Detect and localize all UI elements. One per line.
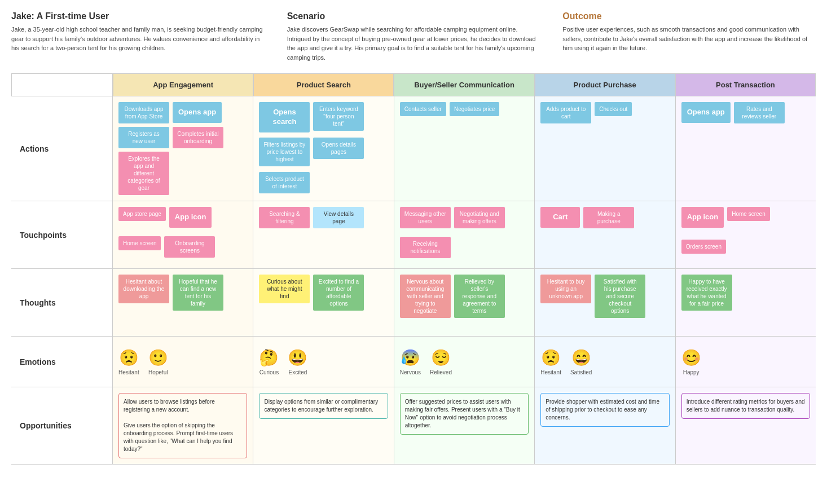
touchpoint-note: Negotiating and making offers [454, 207, 505, 228]
header: Jake: A First-time User Jake, a 35-year-… [11, 11, 816, 62]
col-header-product-search: Product Search [253, 73, 394, 96]
opportunity-box: Provide shopper with estimated cost and … [540, 393, 669, 427]
jake-description: Jake, a 35-year-old high school teacher … [11, 25, 265, 53]
actions-product-purchase: Adds product to cart Checks out [535, 96, 675, 201]
page: Jake: A First-time User Jake, a 35-year-… [0, 0, 827, 476]
emotion-nervous: 😰 Nervous [400, 348, 421, 375]
touchpoints-post-transaction: App icon Home screen Orders screen [676, 201, 816, 268]
action-note: Negotiates price [450, 102, 499, 116]
nervous-icon: 😰 [401, 348, 420, 367]
col-header-product-purchase: Product Purchase [535, 73, 675, 96]
thought-note: Excited to find a number of affordable o… [313, 275, 364, 311]
col-header-buyer-seller: Buyer/Seller Communication [394, 73, 534, 96]
thoughts-post-transaction: Happy to have received exactly what he w… [676, 269, 816, 336]
satisfied-icon: 😄 [571, 348, 591, 367]
action-note: Opens app [173, 102, 222, 123]
actions-buyer-seller: Contacts seller Negotiates price [394, 96, 535, 201]
touchpoint-note: Home screen [727, 207, 769, 221]
outcome-title: Outcome [562, 11, 816, 21]
touchpoints-buyer-seller: Messaging other users Negotiating and ma… [394, 201, 535, 268]
opportunities-app-engagement: Allow users to browse listings before re… [113, 387, 253, 464]
action-note: Enters keyword "four person tent" [313, 102, 364, 131]
opportunities-product-search: Display options from similar or complime… [253, 387, 394, 464]
hesitant-icon: 😟 [119, 348, 139, 367]
thoughts-buyer-seller: Nervous about communicating with seller … [394, 269, 535, 336]
emotions-row: Emotions 😟 Hesitant 🙂 Hopeful 🤔 Curious [11, 337, 816, 387]
emotion-hopeful: 🙂 Hopeful [148, 348, 168, 375]
action-note: Checks out [595, 102, 632, 116]
emotion-curious: 🤔 Curious [259, 348, 279, 375]
opportunities-row: Opportunities Allow users to browse list… [11, 387, 816, 465]
touchpoint-note: Receiving notifications [400, 237, 451, 258]
emotion-satisfied: 😄 Satisfied [570, 348, 592, 375]
touchpoints-app-engagement: App store page App icon Home screen Onbo… [113, 201, 253, 268]
touchpoint-note: App store page [118, 207, 166, 221]
action-note: Opens app [681, 102, 731, 123]
thought-note: Happy to have received exactly what he w… [681, 275, 732, 311]
action-note: Explores the app and different categorie… [118, 152, 169, 195]
action-note: Filters listings by price lowest to high… [259, 138, 310, 166]
touchpoint-note: Searching & filtering [259, 207, 310, 228]
touchpoint-note: View details page [313, 207, 364, 228]
thoughts-row: Thoughts Hesitant about downloading the … [11, 269, 816, 337]
opportunities-product-purchase: Provide shopper with estimated cost and … [535, 387, 675, 464]
actions-post-transaction: Opens app Rates and reviews seller [676, 96, 816, 201]
action-note: Opens search [259, 102, 310, 132]
touchpoints-product-purchase: Cart Making a purchase [535, 201, 675, 268]
action-note: Rates and reviews seller [734, 102, 785, 123]
thoughts-product-purchase: Hesitant to buy using an unknown app Sat… [535, 269, 675, 336]
action-note: Opens details pages [313, 138, 364, 159]
jake-title: Jake: A First-time User [11, 11, 265, 21]
emotion-excited: 😃 Excited [288, 348, 307, 375]
emotions-buyer-seller: 😰 Nervous 😌 Relieved [394, 337, 535, 387]
actions-product-search: Opens search Enters keyword "four person… [253, 96, 394, 201]
touchpoint-note: Home screen [118, 236, 161, 250]
touchpoints-label: Touchpoints [11, 201, 113, 268]
emotion-hesitant: 😟 Hesitant [118, 348, 139, 375]
outcome-section: Outcome Positive user experiences, such … [562, 11, 816, 62]
thoughts-app-engagement: Hesitant about downloading the app Hopef… [113, 269, 253, 336]
opportunity-box: Introduce different rating metrics for b… [681, 393, 810, 419]
thought-note: Nervous about communicating with seller … [400, 275, 451, 318]
opportunities-buyer-seller: Offer suggested prices to assist users w… [394, 387, 535, 464]
touchpoint-note: App icon [169, 207, 212, 228]
touchpoint-note: Orders screen [681, 240, 726, 254]
touchpoint-note: Cart [540, 207, 580, 228]
touchpoint-note: Making a purchase [583, 207, 634, 228]
opportunity-box: Display options from similar or complime… [259, 393, 388, 419]
thoughts-product-search: Curious about what he might find Excited… [253, 269, 394, 336]
opportunity-box: Offer suggested prices to assist users w… [400, 393, 529, 435]
excited-icon: 😃 [288, 348, 307, 367]
action-note: Registers as new user [118, 127, 169, 148]
opportunity-box: Allow users to browse listings before re… [118, 393, 247, 458]
happy-icon: 😊 [681, 348, 701, 367]
emotions-label: Emotions [11, 337, 113, 387]
emotion-happy: 😊 Happy [681, 348, 701, 375]
action-note: Adds product to cart [540, 102, 591, 123]
action-note: Selects product of interest [259, 172, 310, 193]
relieved-icon: 😌 [431, 348, 451, 367]
actions-label: Actions [11, 96, 113, 201]
jake-section: Jake: A First-time User Jake, a 35-year-… [11, 11, 265, 62]
touchpoint-note: App icon [681, 207, 724, 228]
outcome-text: Positive user experiences, such as smoot… [562, 25, 816, 53]
action-note: Contacts seller [400, 102, 446, 116]
emotion-hesitant2: 😟 Hesitant [540, 348, 561, 375]
touchpoint-note: Onboarding screens [164, 236, 215, 258]
action-note: Downloads app from App Store [118, 102, 169, 123]
scenario-title: Scenario [287, 11, 540, 21]
scenario-section: Scenario Jake discovers GearSwap while s… [287, 11, 540, 62]
thought-note: Hesitant to buy using an unknown app [540, 275, 591, 303]
col-header-post-transaction: Post Transaction [675, 73, 816, 96]
curious-icon: 🤔 [259, 348, 279, 367]
col-header-app-engagement: App Engagement [113, 73, 253, 96]
touchpoints-product-search: Searching & filtering View details page [253, 201, 394, 268]
col-header-empty [11, 73, 113, 96]
emotions-product-search: 🤔 Curious 😃 Excited [253, 337, 394, 387]
thought-note: Hopeful that he can find a new tent for … [173, 275, 223, 311]
scenario-text: Jake discovers GearSwap while searching … [287, 25, 540, 62]
thought-note: Satisfied with his purchase and secure c… [595, 275, 645, 318]
touchpoints-row: Touchpoints App store page App icon Home… [11, 201, 816, 269]
emotions-app-engagement: 😟 Hesitant 🙂 Hopeful [113, 337, 253, 387]
emotions-post-transaction: 😊 Happy [676, 337, 816, 387]
